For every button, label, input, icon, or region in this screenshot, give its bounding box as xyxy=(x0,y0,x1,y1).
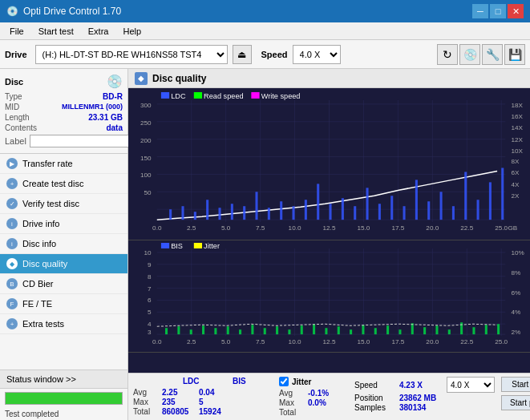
svg-rect-64 xyxy=(317,184,319,220)
drive-select[interactable]: (H:) HL-DT-ST BD-RE WH16NS58 TST4 xyxy=(35,45,228,64)
svg-text:10X: 10X xyxy=(511,147,523,155)
sidebar: Disc 💿 Type BD-R MID MILLENMR1 (000) Len… xyxy=(0,69,128,420)
menu-extra[interactable]: Extra xyxy=(82,25,115,38)
svg-rect-130 xyxy=(202,325,204,334)
disc-type-val: BD-R xyxy=(103,92,123,101)
svg-rect-59 xyxy=(255,192,257,220)
svg-rect-70 xyxy=(390,196,393,220)
svg-rect-141 xyxy=(338,326,340,334)
eject-button[interactable]: ⏏ xyxy=(233,45,252,64)
svg-rect-128 xyxy=(177,326,180,334)
svg-rect-133 xyxy=(239,329,241,334)
nav-item-transfer-rate[interactable]: ▶ Transfer rate xyxy=(0,154,127,174)
svg-text:10%: 10% xyxy=(511,249,524,256)
svg-text:5: 5 xyxy=(148,309,152,316)
svg-text:200: 200 xyxy=(140,137,152,144)
svg-text:2X: 2X xyxy=(511,192,520,200)
svg-text:GB: GB xyxy=(508,224,517,232)
nav-item-label: Verify test disc xyxy=(22,199,79,208)
svg-text:0.0: 0.0 xyxy=(152,224,162,232)
svg-rect-145 xyxy=(386,325,389,334)
svg-text:22.5: 22.5 xyxy=(460,338,473,345)
disc-label-key: Label xyxy=(5,136,26,146)
nav-item-label: Drive info xyxy=(22,219,59,228)
menu-start-test[interactable]: Start test xyxy=(32,25,80,38)
svg-text:6: 6 xyxy=(148,297,152,305)
svg-rect-69 xyxy=(378,204,381,220)
charts-area: LDC Read speed Write speed 300 250 200 1… xyxy=(128,88,530,373)
nav-item-extra-tests[interactable]: + Extra tests xyxy=(0,314,127,334)
svg-text:300: 300 xyxy=(140,102,152,109)
svg-rect-146 xyxy=(399,329,401,334)
create-test-disc-icon: + xyxy=(6,178,18,189)
close-button[interactable]: ✕ xyxy=(508,4,524,18)
menu-help[interactable]: Help xyxy=(116,25,148,38)
position-row: Position 23862 MB xyxy=(354,394,495,402)
minimize-button[interactable]: ─ xyxy=(472,4,488,18)
disc-label-input[interactable] xyxy=(30,135,136,147)
app-icon: 💿 xyxy=(6,6,18,17)
svg-rect-99 xyxy=(161,243,169,248)
svg-rect-77 xyxy=(477,200,479,220)
drive-label: Drive xyxy=(5,50,27,59)
menu-file[interactable]: File xyxy=(3,25,30,38)
svg-rect-66 xyxy=(342,198,344,220)
svg-text:5.0: 5.0 xyxy=(221,224,231,232)
svg-rect-153 xyxy=(485,325,488,334)
refresh-button[interactable]: ↻ xyxy=(437,44,458,65)
svg-text:7: 7 xyxy=(148,285,152,293)
svg-rect-62 xyxy=(292,206,294,220)
jitter-checkbox[interactable] xyxy=(279,377,289,386)
max-row: Max 235 5 xyxy=(133,398,266,406)
svg-rect-71 xyxy=(403,206,406,220)
maximize-button[interactable]: □ xyxy=(490,4,506,18)
avg-bis: 0.04 xyxy=(199,388,233,397)
svg-rect-142 xyxy=(350,329,352,334)
nav-item-cd-bier[interactable]: B CD Bier xyxy=(0,274,127,294)
drive-toolbar: Drive (H:) HL-DT-ST BD-RE WH16NS58 TST4 … xyxy=(0,40,530,69)
jitter-stats: Jitter Avg -0.1% Max 0.0% Total xyxy=(279,377,342,417)
svg-text:0.0: 0.0 xyxy=(152,338,162,345)
speed-select-footer[interactable]: 4.0 X xyxy=(447,377,495,393)
disc-title: Disc xyxy=(5,77,23,87)
save-button[interactable]: 💾 xyxy=(504,44,525,65)
start-part-button[interactable]: Start part xyxy=(501,395,530,410)
svg-rect-78 xyxy=(489,182,492,220)
stats-footer: LDC BIS Avg 2.25 0.04 Max 235 5 Total 86… xyxy=(128,373,530,420)
disc-mid-key: MID xyxy=(5,103,19,111)
speed-select[interactable]: 4.0 X xyxy=(293,45,341,64)
svg-text:10.0: 10.0 xyxy=(289,338,301,345)
disc-header: Disc 💿 xyxy=(5,74,123,89)
svg-rect-151 xyxy=(460,322,463,334)
nav-item-disc-info[interactable]: i Disc info xyxy=(0,234,127,254)
speed-label: Speed xyxy=(261,50,288,59)
nav-item-fe-te[interactable]: F FE / TE xyxy=(0,294,127,314)
svg-rect-140 xyxy=(325,328,327,334)
ldc-header xyxy=(133,377,167,386)
svg-rect-63 xyxy=(305,200,307,220)
settings-button[interactable]: 🔧 xyxy=(482,44,503,65)
nav-item-drive-info[interactable]: i Drive info xyxy=(0,214,127,234)
svg-rect-75 xyxy=(452,206,455,220)
svg-text:17.5: 17.5 xyxy=(391,224,404,232)
nav-item-label: Disc quality xyxy=(22,259,67,269)
disc-length-row: Length 23.31 GB xyxy=(5,113,123,122)
svg-rect-60 xyxy=(268,208,270,220)
disc-button[interactable]: 💿 xyxy=(459,44,480,65)
svg-rect-101 xyxy=(194,243,202,248)
svg-text:8%: 8% xyxy=(511,269,520,277)
total-label: Total xyxy=(133,407,159,416)
svg-rect-67 xyxy=(354,206,356,220)
nav-item-verify-test-disc[interactable]: ✓ Verify test disc xyxy=(0,194,127,214)
svg-text:20.0: 20.0 xyxy=(426,338,439,345)
title-bar: 💿 Opti Drive Control 1.70 ─ □ ✕ xyxy=(0,0,530,22)
nav-item-disc-quality[interactable]: ◆ Disc quality xyxy=(0,254,127,274)
right-panel: ◆ Disc quality xyxy=(128,69,530,420)
svg-text:15.0: 15.0 xyxy=(357,338,370,345)
status-window-button[interactable]: Status window >> xyxy=(0,370,127,389)
top-chart-svg: LDC Read speed Write speed 300 250 200 1… xyxy=(128,88,530,240)
nav-item-create-test-disc[interactable]: + Create test disc xyxy=(0,174,127,194)
start-full-button[interactable]: Start full xyxy=(501,377,530,392)
svg-text:16X: 16X xyxy=(511,113,523,120)
svg-text:50: 50 xyxy=(144,189,152,196)
